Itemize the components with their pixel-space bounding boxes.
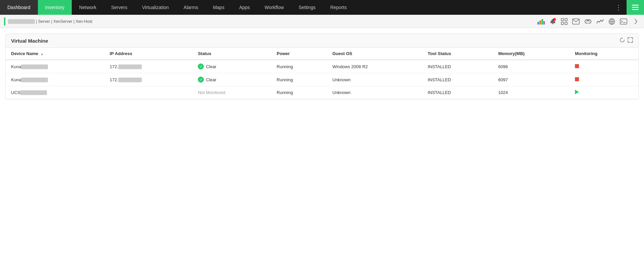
table-header-row: Device Name ▲ IP Address Status Power Gu… — [6, 48, 638, 60]
globe-icon-btn[interactable] — [608, 18, 615, 25]
table-row[interactable]: Kuna172.✓ClearRunningWindows 2008 R2INST… — [6, 60, 638, 73]
cell-tool-status: INSTALLED — [422, 60, 493, 73]
svg-rect-2 — [632, 9, 639, 10]
nav-item-reports[interactable]: Reports — [323, 0, 354, 15]
col-power: Power — [271, 48, 327, 60]
breadcrumb-bar: | Server | XenServer | Xen-Host 1 — [0, 15, 644, 28]
cell-tool-status: INSTALLED — [422, 73, 493, 86]
nav-item-maps[interactable]: Maps — [206, 0, 232, 15]
cell-tool-status: INSTALLED — [422, 86, 493, 99]
cell-guest-os: Unknown — [327, 86, 422, 99]
table-row[interactable]: UCSNot MonitoredRunningUnknownINSTALLED1… — [6, 86, 638, 99]
breadcrumb-left: | Server | XenServer | Xen-Host — [4, 17, 537, 26]
refresh-icon[interactable] — [620, 37, 625, 44]
grid-icon-btn[interactable] — [561, 18, 568, 25]
cell-status: ✓Clear — [192, 60, 271, 73]
table-row[interactable]: Kuna172.✓ClearRunningUnknownINSTALLED609… — [6, 73, 638, 86]
cell-power: Running — [271, 73, 327, 86]
breadcrumb-separator1: | Server | XenServer | Xen-Host — [35, 19, 92, 24]
nav-item-servers[interactable]: Servers — [104, 0, 134, 15]
breadcrumb-accent — [4, 17, 5, 26]
breadcrumb-blurred-item — [8, 19, 35, 24]
svg-rect-19 — [620, 19, 627, 24]
svg-rect-11 — [565, 18, 567, 21]
vm-section-header: Virtual Machine — [6, 34, 638, 48]
trend-icon — [596, 18, 604, 25]
mail-icon-btn[interactable] — [572, 18, 580, 25]
cell-monitoring — [570, 73, 638, 86]
col-memory: Memory(MB) — [493, 48, 570, 60]
device-name-blurred — [21, 64, 48, 69]
status-clear: ✓Clear — [198, 77, 266, 83]
nav-item-dashboard[interactable]: Dashboard — [0, 0, 38, 15]
link-icon-btn[interactable] — [584, 18, 592, 25]
hamburger-icon — [632, 5, 639, 10]
cell-device-name: Kuna — [6, 60, 104, 73]
monitoring-red-icon — [575, 64, 579, 68]
chevron-right-icon — [634, 18, 638, 25]
globe-icon — [608, 18, 615, 25]
cell-memory: 6096 — [493, 60, 570, 73]
cell-device-name: UCS — [6, 86, 104, 99]
svg-rect-13 — [565, 22, 567, 25]
expand-icon[interactable] — [628, 37, 633, 44]
cell-status: Not Monitored — [192, 86, 271, 99]
breadcrumb-toolbar: 1 — [537, 17, 640, 26]
svg-rect-0 — [632, 5, 639, 6]
cell-device-name: Kuna — [6, 73, 104, 86]
nav-item-alarms[interactable]: Alarms — [176, 0, 206, 15]
main-content: Virtual Machine — [0, 34, 644, 99]
vm-section-actions — [620, 37, 633, 44]
col-tool-status: Tool Status — [422, 48, 493, 60]
nav-hamburger-button[interactable] — [627, 0, 644, 15]
nav-item-virtualization[interactable]: Virtualization — [135, 0, 176, 15]
col-guest-os: Guest OS — [327, 48, 422, 60]
chevron-right-btn[interactable] — [632, 17, 640, 26]
svg-rect-1 — [632, 7, 639, 8]
nav-item-workflow[interactable]: Workflow — [257, 0, 291, 15]
virtual-machine-section: Virtual Machine — [5, 34, 639, 99]
nav-item-settings[interactable]: Settings — [291, 0, 323, 15]
cell-ip-address: 172. — [104, 73, 192, 86]
nav-more-button[interactable]: ⋮ — [610, 0, 627, 15]
svg-rect-7 — [552, 23, 553, 24]
cell-power: Running — [271, 60, 327, 73]
col-status: Status — [192, 48, 271, 60]
alert-icon: 1 — [549, 18, 556, 25]
cell-status: ✓Clear — [192, 73, 271, 86]
nav-item-inventory[interactable]: Inventory — [38, 0, 72, 15]
ip-blurred — [118, 78, 142, 82]
grid-icon — [561, 18, 568, 25]
svg-rect-10 — [561, 18, 564, 21]
col-device-name: Device Name ▲ — [6, 48, 104, 60]
cell-power: Running — [271, 86, 327, 99]
cell-ip-address — [104, 86, 192, 99]
vm-section-title: Virtual Machine — [11, 38, 48, 44]
device-name-blurred — [20, 90, 47, 95]
svg-rect-5 — [541, 19, 543, 25]
cell-ip-address: 172. — [104, 60, 192, 73]
svg-rect-14 — [573, 19, 579, 24]
nav-item-network[interactable]: Network — [72, 0, 104, 15]
trend-icon-btn[interactable] — [596, 18, 604, 25]
alert-icon-btn[interactable]: 1 — [549, 18, 556, 25]
monitoring-red-icon — [575, 77, 579, 81]
chart-icon — [537, 18, 545, 25]
check-circle-icon: ✓ — [198, 63, 204, 70]
monitoring-green-play-icon — [575, 90, 579, 94]
check-circle-icon: ✓ — [198, 77, 204, 83]
svg-rect-6 — [543, 21, 545, 25]
mail-icon — [572, 18, 580, 25]
virtual-machine-table: Device Name ▲ IP Address Status Power Gu… — [6, 48, 638, 99]
ip-blurred — [118, 64, 142, 69]
cell-guest-os: Windows 2008 R2 — [327, 60, 422, 73]
top-navigation: Dashboard Inventory Network Servers Virt… — [0, 0, 644, 15]
terminal-icon-btn[interactable] — [620, 18, 627, 25]
chart-icon-btn[interactable] — [537, 18, 545, 25]
nav-item-apps[interactable]: Apps — [232, 0, 257, 15]
sort-indicator-device: ▲ — [41, 52, 44, 56]
cell-memory: 1024 — [493, 86, 570, 99]
terminal-icon — [620, 18, 627, 25]
device-name-blurred — [21, 78, 48, 82]
cell-monitoring — [570, 86, 638, 99]
